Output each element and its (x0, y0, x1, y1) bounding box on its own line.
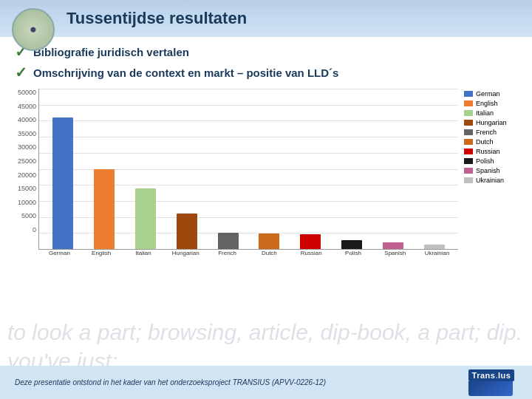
bullet-1: ✓ Bibliografie juridisch vertalen (15, 43, 517, 61)
legend-label: Hungarian (476, 119, 507, 126)
x-label-ukrainian: Ukrainian (424, 250, 451, 256)
bar-hungarian (177, 214, 197, 249)
content-area: ✓ Bibliografie juridisch vertalen ✓ Omsc… (0, 37, 532, 87)
bars-inner (39, 89, 458, 249)
bar-russian (300, 234, 321, 249)
legend-item-dutch: Dutch (464, 138, 523, 146)
legend-swatch (464, 120, 473, 126)
bar-english (94, 169, 115, 250)
legend-swatch (464, 177, 473, 183)
legend-label: German (476, 90, 500, 98)
legend-item-french: French (464, 129, 523, 136)
y-label: 0 (33, 226, 36, 233)
x-label-russian: Russian (298, 250, 324, 256)
legend-swatch (464, 100, 473, 106)
legend-swatch (464, 110, 473, 116)
bar-italian (135, 188, 156, 249)
legend-item-hungarian: Hungarian (464, 119, 523, 126)
x-label-hungarian: Hungarian (172, 250, 199, 256)
legend-item-polish: Polish (464, 157, 523, 165)
chart-section: 50000 45000 40000 35000 30000 25000 2000… (0, 87, 532, 250)
legend-label: Spanish (476, 167, 500, 174)
bar-dutch (259, 233, 279, 249)
y-label: 10000 (18, 199, 36, 206)
legend-item-italian: Italian (464, 109, 523, 117)
x-label-italian: Italian (130, 250, 157, 256)
bars-area (38, 89, 458, 250)
checkmark-icon-2: ✓ (15, 64, 27, 81)
y-axis: 50000 45000 40000 35000 30000 25000 2000… (9, 89, 38, 250)
legend-label: Dutch (476, 138, 494, 146)
background-decorative-text: to look a part; browsing, article, dip-b… (0, 314, 532, 373)
university-logo: ⬤ (12, 8, 55, 51)
legend-item-spanish: Spanish (464, 167, 523, 174)
y-label: 50000 (18, 89, 36, 96)
bar-french (218, 233, 239, 249)
y-label: 5000 (21, 212, 36, 219)
legend-label: French (476, 129, 497, 136)
y-label: 20000 (18, 171, 36, 179)
legend-item-german: German (464, 90, 523, 98)
bar-german (52, 117, 73, 249)
bullet-2: ✓ Omschrijving van de context en markt –… (15, 64, 517, 81)
legend: GermanEnglishItalianHungarianFrenchDutch… (458, 89, 523, 250)
y-label: 15000 (18, 185, 36, 192)
x-label-polish: Polish (340, 250, 366, 256)
footer: Deze presentatie ontstond in het kader v… (0, 366, 532, 399)
y-label: 35000 (18, 130, 36, 137)
legend-label: Ukrainian (476, 177, 504, 184)
legend-item-english: English (464, 100, 523, 107)
legend-swatch (464, 139, 473, 145)
legend-swatch (464, 149, 473, 154)
bar-ukrainian (424, 245, 445, 250)
footer-text: Deze presentatie ontstond in het kader v… (15, 378, 326, 386)
x-axis: GermanEnglishItalianHungarianFrenchDutch… (38, 250, 458, 256)
x-label-french: French (214, 250, 241, 256)
transius-logo: Trans.Ius (466, 369, 517, 395)
logo-area: ⬤ (7, 4, 59, 55)
legend-item-ukrainian: Ukrainian (464, 177, 523, 184)
y-label: 45000 (18, 103, 36, 110)
legend-item-russian: Russian (464, 148, 523, 155)
bar-spanish (383, 242, 403, 249)
legend-label: Italian (476, 109, 494, 117)
header: ⬤ Tussentijdse resultaten (0, 0, 532, 37)
x-label-dutch: Dutch (256, 250, 282, 256)
y-label: 30000 (18, 143, 36, 151)
x-label-german: German (46, 250, 72, 256)
bar-polish (341, 240, 362, 249)
legend-label: Russian (476, 148, 500, 155)
legend-label: English (476, 100, 498, 107)
page-title: Tussentijdse resultaten (66, 9, 517, 28)
y-label: 40000 (18, 116, 36, 123)
legend-label: Polish (476, 157, 494, 165)
y-label: 25000 (18, 157, 36, 165)
legend-swatch (464, 129, 473, 135)
x-label-english: English (88, 250, 115, 256)
x-label-spanish: Spanish (382, 250, 409, 256)
legend-swatch (464, 91, 473, 97)
chart-left: 50000 45000 40000 35000 30000 25000 2000… (9, 89, 458, 250)
legend-swatch (464, 158, 473, 164)
legend-swatch (464, 168, 473, 174)
